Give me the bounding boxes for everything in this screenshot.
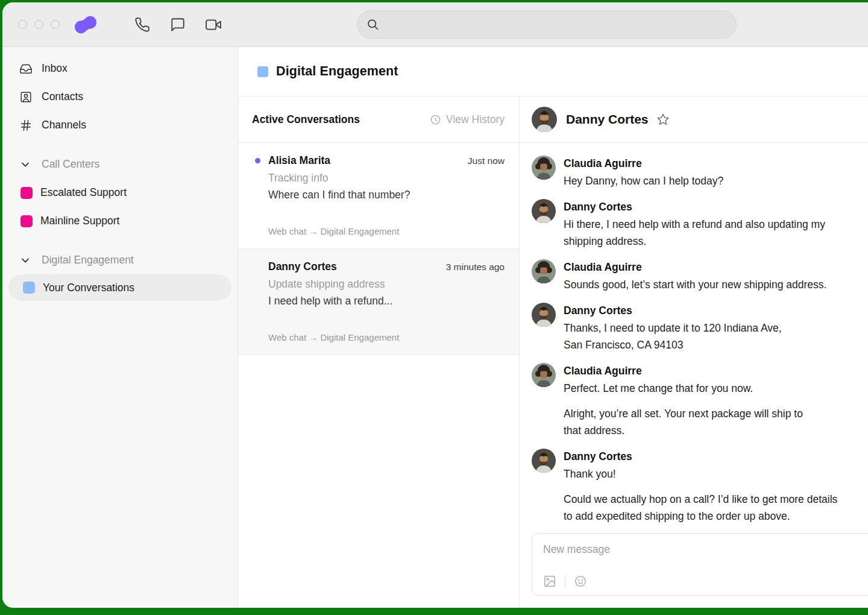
avatar xyxy=(532,303,556,327)
global-search-input[interactable] xyxy=(379,19,736,31)
conversation-time: Just now xyxy=(468,156,505,166)
message-list: Claudia Aguirre Hey Danny, how can I hel… xyxy=(520,143,868,533)
global-search[interactable] xyxy=(357,10,737,39)
message-text: Sounds good, let’s start with your new s… xyxy=(564,276,826,293)
chat-message: Danny Cortes Hi there, I need help with … xyxy=(532,199,868,250)
image-attachment-icon[interactable] xyxy=(543,575,556,588)
emoji-icon[interactable] xyxy=(574,575,587,588)
digital-engagement-color-swatch xyxy=(257,66,268,77)
message-sender: Claudia Aguirre xyxy=(564,363,803,379)
chat-contact-avatar xyxy=(532,107,557,132)
conversation-list-title: Active Conversations xyxy=(252,113,360,126)
chat-panel: Danny Cortes Claudia Aguirre Hey Danny, … xyxy=(520,96,868,607)
chat-header: Danny Cortes xyxy=(520,96,868,143)
conversation-subject: Tracking info xyxy=(268,172,505,184)
message-sender: Danny Cortes xyxy=(564,303,782,318)
chat-message: Claudia Aguirre Sounds good, let’s start… xyxy=(532,259,868,293)
window-control-minimize[interactable] xyxy=(34,20,43,29)
window-control-close[interactable] xyxy=(18,20,27,29)
chevron-down-icon xyxy=(19,254,31,266)
message-text: Could we actually hop on a call? I’d lik… xyxy=(564,491,837,525)
app-window: Inbox Contacts Channels Call Centers Esc… xyxy=(2,2,868,608)
sidebar-section-label: Digital Engagement xyxy=(42,254,134,266)
sidebar-item-label: Contacts xyxy=(42,90,83,103)
phone-icon[interactable] xyxy=(134,17,150,33)
queue-color-swatch xyxy=(23,282,35,294)
star-icon[interactable] xyxy=(656,113,670,126)
sidebar-item-inbox[interactable]: Inbox xyxy=(2,54,237,83)
conversation-list-item[interactable]: Alisia Marita Just now Tracking info Whe… xyxy=(238,143,519,249)
clock-icon xyxy=(430,114,441,125)
message-sender: Claudia Aguirre xyxy=(564,156,723,171)
conversation-list-item[interactable]: Danny Cortes 3 minutes ago Update shippi… xyxy=(238,249,519,355)
view-history-label: View History xyxy=(446,113,505,126)
sidebar-item-label: Mainline Support xyxy=(40,215,119,227)
conversation-subject: Update shipping address xyxy=(268,278,505,291)
avatar xyxy=(532,156,556,180)
message-text: Perfect. Let me change that for you now. xyxy=(564,380,803,397)
conversation-name: Alisia Marita xyxy=(268,154,330,167)
message-text: Thanks, I need to update it to 120 India… xyxy=(564,320,782,353)
avatar xyxy=(532,199,556,223)
main-panel: Digital Engagement Active Conversations … xyxy=(238,47,868,607)
message-sender: Danny Cortes xyxy=(564,449,837,464)
message-text: Alright, you’re all set. Your next packa… xyxy=(564,405,803,439)
message-text: Hi there, I need help with a refund and … xyxy=(564,216,825,250)
toolbar-divider xyxy=(565,575,565,588)
content-area: Inbox Contacts Channels Call Centers Esc… xyxy=(2,47,868,607)
view-history-button[interactable]: View History xyxy=(430,113,505,126)
sidebar-section-call-centers[interactable]: Call Centers xyxy=(2,150,237,178)
window-controls xyxy=(18,20,60,29)
sidebar: Inbox Contacts Channels Call Centers Esc… xyxy=(2,47,238,607)
avatar xyxy=(532,259,556,283)
page-header: Digital Engagement xyxy=(238,47,868,96)
sidebar-item-contacts[interactable]: Contacts xyxy=(2,83,237,111)
video-icon[interactable] xyxy=(206,17,221,33)
chevron-down-icon xyxy=(19,159,31,171)
sidebar-item-label: Your Conversations xyxy=(43,282,134,294)
chat-message: Claudia Aguirre Hey Danny, how can I hel… xyxy=(532,156,868,189)
new-message-input[interactable] xyxy=(532,534,868,556)
inbox-icon xyxy=(19,62,33,75)
message-icon[interactable] xyxy=(170,17,186,33)
conversation-list-panel: Active Conversations View History Alisia… xyxy=(238,96,520,607)
message-sender: Danny Cortes xyxy=(564,199,825,215)
queue-color-swatch xyxy=(20,215,33,227)
queue-color-swatch xyxy=(20,187,33,199)
avatar xyxy=(532,449,556,473)
conversation-name: Danny Cortes xyxy=(268,260,337,273)
channels-icon xyxy=(19,119,33,132)
conversation-time: 3 minutes ago xyxy=(446,262,505,273)
sidebar-item-escalated-support[interactable]: Escalated Support xyxy=(2,178,237,207)
sidebar-item-channels[interactable]: Channels xyxy=(2,111,237,139)
message-text: Hey Danny, how can I help today? xyxy=(564,172,723,189)
chat-message: Danny Cortes Thanks, I need to update it… xyxy=(532,303,868,353)
conversation-list: Alisia Marita Just now Tracking info Whe… xyxy=(238,143,519,355)
quick-actions xyxy=(134,17,221,33)
contacts-icon xyxy=(19,90,33,104)
unread-dot xyxy=(255,158,260,163)
titlebar xyxy=(2,2,868,47)
message-sender: Claudia Aguirre xyxy=(564,259,826,275)
conversation-channel-route: Web chat → Digital Engagement xyxy=(268,226,505,236)
message-text: Thank you! xyxy=(564,465,837,482)
sidebar-item-your-conversations[interactable]: Your Conversations xyxy=(8,274,231,301)
page-title: Digital Engagement xyxy=(276,64,398,79)
window-control-zoom[interactable] xyxy=(51,20,60,29)
conversation-list-header: Active Conversations View History xyxy=(238,96,519,143)
chat-message: Danny Cortes Thank you!Could we actually… xyxy=(532,449,868,525)
sidebar-section-label: Call Centers xyxy=(42,158,99,171)
sidebar-item-mainline-support[interactable]: Mainline Support xyxy=(2,207,237,235)
composer-toolbar xyxy=(543,575,587,588)
sidebar-section-digital-engagement[interactable]: Digital Engagement xyxy=(2,246,237,274)
conversation-preview: I need help with a refund... xyxy=(268,295,505,308)
message-composer[interactable] xyxy=(532,533,868,596)
conversation-channel-route: Web chat → Digital Engagement xyxy=(268,332,505,342)
chat-message: Claudia Aguirre Perfect. Let me change t… xyxy=(532,363,868,439)
sidebar-item-label: Channels xyxy=(42,119,86,131)
sidebar-item-label: Inbox xyxy=(42,62,68,75)
sidebar-item-label: Escalated Support xyxy=(40,186,127,199)
dialpad-logo-icon xyxy=(73,14,98,36)
avatar xyxy=(532,363,556,387)
conversation-preview: Where can I find that number? xyxy=(268,189,505,201)
